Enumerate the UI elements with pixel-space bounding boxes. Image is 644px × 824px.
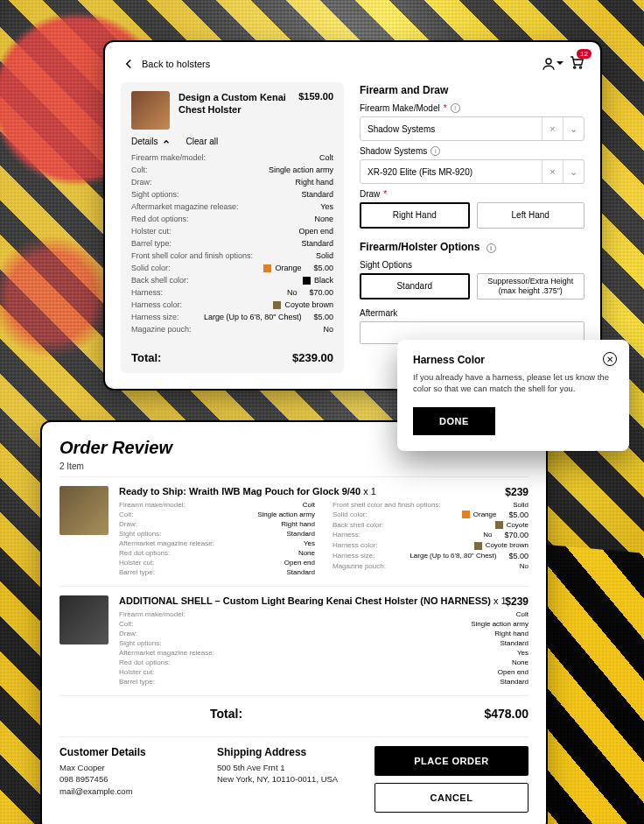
svg-point-2 xyxy=(579,67,581,68)
details-toggle[interactable]: Details xyxy=(131,137,171,146)
clear-icon[interactable]: × xyxy=(542,160,563,183)
item-thumb xyxy=(60,595,108,644)
item-price: $239 xyxy=(505,486,528,498)
product-config-card: Back to holsters 12 Design a Custom Kena… xyxy=(103,40,602,391)
item-thumb xyxy=(60,486,108,535)
info-icon[interactable]: i xyxy=(451,103,460,113)
chevron-down-icon[interactable]: ⌄ xyxy=(563,160,584,183)
info-icon[interactable]: i xyxy=(486,243,496,253)
product-price: $159.00 xyxy=(298,91,333,130)
order-total-label: Total: xyxy=(210,707,242,721)
sight-standard[interactable]: Standard xyxy=(360,273,470,299)
clear-icon[interactable]: × xyxy=(542,117,563,140)
harness-color-popup: ✕ Harness Color If you already have a ha… xyxy=(397,340,629,451)
shipping-address: Shipping Address 500 5th Ave Frnt 1 New … xyxy=(217,746,357,813)
make-label: Firearm Make/Model* i xyxy=(360,103,584,113)
total-label: Total: xyxy=(131,351,161,364)
product-title: Design a Custom Kenai Chest Holster xyxy=(178,91,290,130)
arrow-left-icon xyxy=(121,56,136,72)
section-firearm-draw: Firearm and Draw xyxy=(360,84,584,96)
item-price: $239 xyxy=(505,595,528,608)
item-title: ADDITIONAL SHELL – Custom Light Bearing … xyxy=(119,595,528,606)
draw-label: Draw* xyxy=(360,189,584,199)
summary-pane: Design a Custom Kenai Chest Holster $159… xyxy=(121,82,344,373)
back-label: Back to holsters xyxy=(142,59,210,69)
svg-point-0 xyxy=(546,59,551,64)
order-review-card: Order Review 2 Item Ready to Ship: Wrait… xyxy=(40,420,548,824)
make-select[interactable]: Shadow Systems × ⌄ xyxy=(360,116,584,141)
item-title: Ready to Ship: Wraith IWB Mag Pouch for … xyxy=(119,486,528,497)
back-link[interactable]: Back to holsters xyxy=(121,56,210,72)
order-total-value: $478.00 xyxy=(484,707,528,721)
product-thumb xyxy=(131,91,170,130)
aftermarket-label: Aftermark xyxy=(360,308,584,318)
cancel-button[interactable]: CANCEL xyxy=(374,783,528,813)
close-icon[interactable]: ✕ xyxy=(603,352,617,366)
done-button[interactable]: DONE xyxy=(413,407,495,435)
chevron-up-icon xyxy=(162,137,171,146)
total-value: $239.00 xyxy=(292,351,333,364)
draw-left[interactable]: Left Hand xyxy=(477,202,585,229)
sight-label: Sight Options xyxy=(360,260,584,270)
order-item: Ready to Ship: Wraith IWB Mag Pouch for … xyxy=(60,476,528,586)
svg-point-1 xyxy=(574,67,576,68)
customer-details: Customer Details Max Cooper 098 8957456 … xyxy=(60,746,200,813)
clear-all-link[interactable]: Clear all xyxy=(186,137,219,146)
popup-body: If you already have a harness, please le… xyxy=(413,371,613,395)
order-item: ADDITIONAL SHELL – Custom Light Bearing … xyxy=(60,586,528,695)
cart-button[interactable]: 12 xyxy=(569,54,584,74)
sight-suppressor[interactable]: Suppressor/Extra Height (max height .375… xyxy=(477,273,585,299)
model-label: Shadow Systems i xyxy=(360,146,584,156)
model-select[interactable]: XR-920 Elite (Fits MR-920) × ⌄ xyxy=(360,159,584,184)
info-icon[interactable]: i xyxy=(430,146,440,156)
place-order-button[interactable]: PLACE ORDER xyxy=(374,746,528,776)
config-pane: Firearm and Draw Firearm Make/Model* i S… xyxy=(360,82,584,373)
section-holster-options: Firearm/Holster Options i xyxy=(360,241,584,253)
account-icon[interactable] xyxy=(541,56,556,72)
cart-badge: 12 xyxy=(577,49,592,59)
draw-right[interactable]: Right Hand xyxy=(360,202,470,229)
item-count: 2 Item xyxy=(60,461,528,471)
popup-title: Harness Color xyxy=(413,354,613,366)
chevron-down-icon[interactable]: ⌄ xyxy=(563,117,584,140)
